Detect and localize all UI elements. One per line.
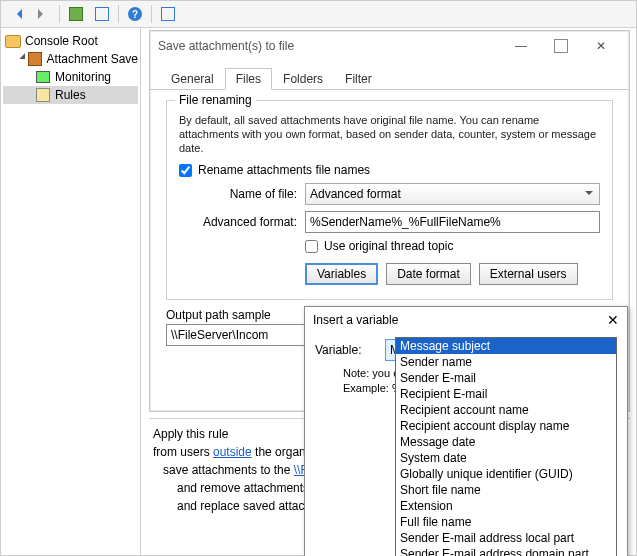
tree-monitoring[interactable]: Monitoring: [3, 68, 138, 86]
minimize-button[interactable]: —: [501, 33, 541, 59]
variable-option[interactable]: Sender E-mail address local part: [396, 530, 616, 546]
arrow-right-icon: [38, 9, 48, 19]
original-thread-checkbox-input[interactable]: [305, 240, 318, 253]
separator: [59, 5, 60, 23]
tree-monitoring-label: Monitoring: [55, 70, 111, 84]
tree-attachment-save[interactable]: Attachment Save: [3, 50, 138, 68]
variable-option[interactable]: Recipient E-mail: [396, 386, 616, 402]
advanced-format-label: Advanced format:: [179, 215, 305, 229]
insert-variable-popup: Insert a variable ✕ Variable: Message su…: [304, 306, 628, 556]
rules-icon: [35, 87, 51, 103]
tree-rules[interactable]: Rules: [3, 86, 138, 104]
column-view-icon: [95, 7, 109, 21]
variable-option[interactable]: Sender name: [396, 354, 616, 370]
group-title: File renaming: [175, 93, 256, 107]
window-view-button[interactable]: [156, 2, 180, 26]
button-row: Variables Date format External users: [305, 263, 600, 285]
folder-up-icon: [69, 7, 83, 21]
users-scope-link[interactable]: outside: [213, 445, 252, 459]
rename-checkbox-input[interactable]: [179, 164, 192, 177]
popup-body: Variable: Message subject Note: you ca E…: [305, 333, 627, 399]
variable-dropdown[interactable]: Message subjectSender nameSender E-mailR…: [395, 337, 617, 556]
close-button[interactable]: ✕: [581, 33, 621, 59]
group-description: By default, all saved attachments have o…: [179, 113, 600, 155]
variable-option[interactable]: Recipient account name: [396, 402, 616, 418]
separator: [151, 5, 152, 23]
variable-option[interactable]: Short file name: [396, 482, 616, 498]
variable-option[interactable]: Message date: [396, 434, 616, 450]
variables-button[interactable]: Variables: [305, 263, 378, 285]
tabs: General Files Folders Filter: [150, 65, 629, 90]
date-format-button[interactable]: Date format: [386, 263, 471, 285]
monitor-icon: [35, 69, 51, 85]
folder-up-button[interactable]: [64, 2, 88, 26]
tab-folders[interactable]: Folders: [272, 68, 334, 89]
advanced-format-input[interactable]: [305, 211, 600, 233]
tree-rules-label: Rules: [55, 88, 86, 102]
expand-icon[interactable]: [19, 55, 23, 64]
tab-files[interactable]: Files: [225, 68, 272, 90]
column-view-button[interactable]: [90, 2, 114, 26]
tab-general[interactable]: General: [160, 68, 225, 89]
popup-titlebar: Insert a variable ✕: [305, 307, 627, 333]
dialog-titlebar: Save attachment(s) to file — ✕: [150, 31, 629, 61]
arrow-left-icon: [12, 9, 22, 19]
separator: [118, 5, 119, 23]
external-users-button[interactable]: External users: [479, 263, 578, 285]
variable-label: Variable:: [315, 343, 385, 357]
variable-option[interactable]: Sender E-mail: [396, 370, 616, 386]
variable-option[interactable]: System date: [396, 450, 616, 466]
name-of-file-value: Advanced format: [310, 187, 401, 201]
tree-node-label: Attachment Save: [47, 52, 138, 66]
rename-checkbox[interactable]: Rename attachments file names: [179, 163, 600, 177]
back-button[interactable]: [5, 2, 29, 26]
rename-checkbox-label: Rename attachments file names: [198, 163, 370, 177]
tree-root-label: Console Root: [25, 34, 98, 48]
nav-tree: Console Root Attachment Save Monitoring …: [1, 28, 141, 555]
name-of-file-select[interactable]: Advanced format: [305, 183, 600, 205]
original-thread-checkbox[interactable]: Use original thread topic: [305, 239, 453, 253]
maximize-button[interactable]: [541, 33, 581, 59]
popup-close-button[interactable]: ✕: [607, 312, 619, 328]
toolbar: ?: [1, 1, 636, 28]
folder-icon: [5, 33, 21, 49]
forward-button[interactable]: [31, 2, 55, 26]
variable-option[interactable]: Recipient account display name: [396, 418, 616, 434]
popup-title: Insert a variable: [313, 313, 398, 327]
variable-option[interactable]: Sender E-mail address domain part: [396, 546, 616, 556]
variable-option[interactable]: Message subject: [396, 338, 616, 354]
name-of-file-label: Name of file:: [179, 187, 305, 201]
help-button[interactable]: ?: [123, 2, 147, 26]
file-renaming-group: File renaming By default, all saved atta…: [166, 100, 613, 300]
maximize-icon: [554, 39, 568, 53]
variable-option[interactable]: Globally unique identifier (GUID): [396, 466, 616, 482]
variable-option[interactable]: Full file name: [396, 514, 616, 530]
tab-filter[interactable]: Filter: [334, 68, 383, 89]
variable-option[interactable]: Extension: [396, 498, 616, 514]
window-view-icon: [161, 7, 175, 21]
dialog-title: Save attachment(s) to file: [158, 39, 294, 53]
tree-root[interactable]: Console Root: [3, 32, 138, 50]
help-icon: ?: [128, 7, 142, 21]
original-thread-label: Use original thread topic: [324, 239, 453, 253]
